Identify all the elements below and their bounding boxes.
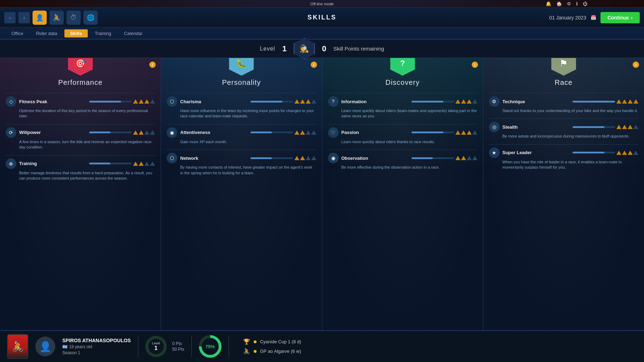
discovery-info-badge[interactable]: i [472, 62, 478, 68]
tri2 [139, 162, 144, 166]
continue-button[interactable]: Continue › [600, 12, 640, 23]
passion-icon: ♡ [328, 127, 339, 138]
technique-name: Technique [502, 99, 570, 104]
level-number: 1 [282, 44, 287, 53]
skill-points-number: 0 [322, 44, 326, 53]
tri1 [616, 151, 621, 155]
sub-nav: Office Rider data Skills Training Calend… [0, 28, 644, 40]
discovery-title: Discovery [328, 78, 477, 87]
bottom-bar: 🚴 👤 SPIROS ATHANASOPOULOS 🇬🇷 19 years ol… [0, 330, 644, 362]
bottom-divider-3 [229, 336, 229, 357]
rider-photo: 👤 [35, 337, 55, 356]
tri3 [628, 125, 633, 129]
mode-label: Off-line mode [310, 2, 334, 6]
attentiveness-icon: ◉ [167, 127, 177, 138]
tri2 [461, 99, 466, 104]
flag-icon: 🇬🇷 [62, 344, 68, 349]
forward-button[interactable]: › [18, 12, 30, 23]
discovery-column: i ? Discovery ? Information Learn mor [322, 58, 483, 330]
nav-cycle-icon[interactable]: 🚴 [50, 11, 64, 25]
fitness-peak-desc: Optimise the duration of this key period… [19, 108, 155, 119]
information-name: Information [341, 99, 409, 104]
info-icon[interactable]: ℹ [576, 1, 578, 6]
skill-information: ? Information Learn more quickly about r… [328, 96, 477, 119]
tri2 [300, 156, 305, 160]
skill-super-leader: ★ Super Leader When you have the role of… [489, 147, 638, 170]
top-bar-icons: 🔔 🏠 ⚙ ℹ ⏻ [546, 1, 587, 6]
tri1 [294, 156, 299, 160]
pts-current: 0 Pts [172, 341, 184, 346]
discovery-hex-icon: ? [390, 58, 415, 76]
nav-globe-icon[interactable]: 🌐 [84, 11, 98, 25]
level-donut-inner: Level 1 [148, 339, 164, 354]
bell-icon[interactable]: 🔔 [546, 1, 551, 6]
continue-arrow-icon: › [631, 15, 633, 21]
observation-name: Observation [341, 156, 409, 161]
skill-network: ⬡ Network By having more contacts of int… [167, 153, 316, 176]
willpower-icon: ⟳ [6, 127, 16, 138]
tri3 [467, 130, 472, 135]
observation-icon: ◉ [328, 153, 339, 163]
tri2 [300, 130, 305, 135]
rider-name: SPIROS ATHANASOPOULOS [62, 338, 131, 343]
tri4 [472, 156, 477, 160]
tab-office[interactable]: Office [6, 29, 29, 37]
rider-season: Season 1 [62, 350, 131, 355]
home-icon[interactable]: 🏠 [556, 1, 562, 6]
super-leader-name: Super Leader [502, 150, 570, 155]
rider-flag-row: 🇬🇷 19 years old [62, 344, 131, 349]
tri1 [616, 99, 621, 104]
level-label: Level [260, 46, 275, 52]
calendar-icon[interactable]: 📅 [591, 15, 596, 20]
tri1 [616, 125, 621, 129]
top-bar: Off-line mode 🔔 🏠 ⚙ ℹ ⏻ [0, 0, 644, 8]
gear-icon[interactable]: ⚙ [567, 1, 571, 6]
tri4 [150, 162, 155, 166]
tri1 [455, 130, 460, 135]
level-circle-container: Level 1 0 Pts 50 Pts [145, 336, 184, 357]
back-button[interactable]: ‹ [4, 12, 16, 23]
stealth-icon: ◎ [489, 122, 500, 132]
race-hex-icon: ⚑ [551, 58, 576, 76]
technique-icon: ⚙ [489, 96, 500, 107]
tri4 [472, 99, 477, 104]
tab-training[interactable]: Training [89, 29, 117, 37]
race-info-badge[interactable]: i [633, 62, 639, 68]
level-donut-num: 1 [154, 345, 157, 351]
race-dot-2 [254, 350, 257, 353]
willpower-name: Willpower [19, 130, 86, 135]
player-avatar: 🕵 [294, 38, 315, 59]
skill-passion: ♡ Passion Learn more quickly about rider… [328, 127, 477, 145]
bottom-divider-2 [191, 336, 192, 357]
main-content: i 🎯 Performance ◇ Fitness Peak Optim [0, 58, 644, 330]
tri4 [311, 156, 316, 160]
tab-calendar[interactable]: Calendar [118, 29, 148, 37]
tri2 [139, 99, 144, 104]
nav-person-icon[interactable]: 👤 [33, 11, 47, 25]
personality-info-badge[interactable]: i [311, 62, 317, 68]
tri1 [455, 99, 460, 104]
tri4 [633, 99, 638, 104]
performance-info-badge[interactable]: i [149, 62, 156, 68]
skill-attentiveness: ◉ Attentiveness Gain more XP each month. [167, 127, 316, 145]
tri4 [150, 130, 155, 135]
tri1 [455, 156, 460, 160]
tri3 [306, 130, 311, 135]
race-1-label: Cyanide Cup 1 (8 d) [260, 339, 301, 344]
tri4 [150, 99, 155, 104]
passion-desc: Learn more quickly about riders thanks t… [341, 139, 477, 145]
race-item-1: 🏆 Cyanide Cup 1 (8 d) [243, 338, 301, 345]
tri4 [633, 151, 638, 155]
tab-skills[interactable]: Skills [64, 29, 88, 37]
passion-name: Passion [341, 130, 409, 135]
network-desc: By having more contacts of interest, hav… [180, 165, 316, 176]
level-bar: Level 1 🕵 0 Skill Points remaining [0, 40, 644, 58]
power-icon[interactable]: ⏻ [583, 1, 587, 6]
race-item-2: 🚴 GP ao Algarve (6 w) [243, 348, 301, 355]
tri2 [622, 125, 627, 129]
tri3 [144, 130, 149, 135]
nav-clock-icon[interactable]: ⏱ [67, 11, 81, 25]
performance-hex-icon: 🎯 [68, 58, 93, 76]
tri2 [622, 151, 627, 155]
tab-rider-data[interactable]: Rider data [30, 29, 63, 37]
